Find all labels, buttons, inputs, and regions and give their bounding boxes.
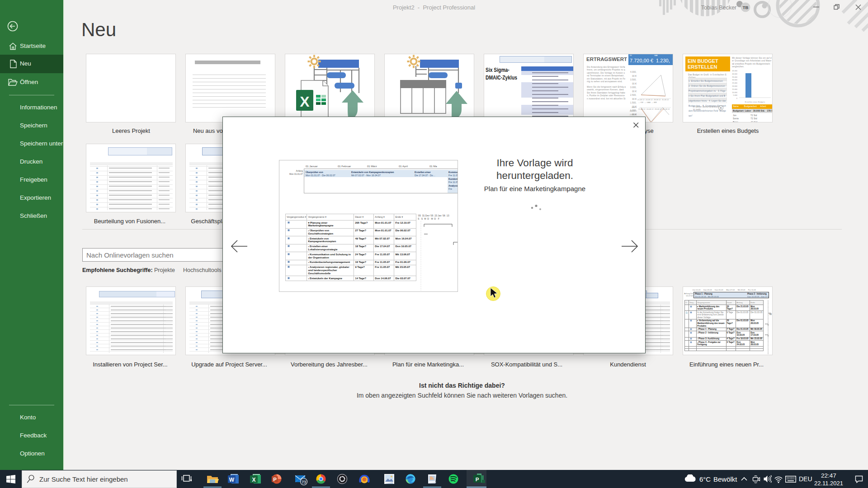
svg-text:W: W: [229, 477, 235, 483]
svg-text:02: 02: [769, 313, 772, 315]
svg-text:TB: TB: [743, 5, 749, 10]
svg-text:P: P: [476, 477, 479, 482]
svg-text:P: P: [273, 477, 277, 482]
svg-text:X: X: [300, 94, 310, 110]
svg-text:X: X: [252, 477, 255, 483]
svg-text:73: 73: [302, 480, 306, 484]
